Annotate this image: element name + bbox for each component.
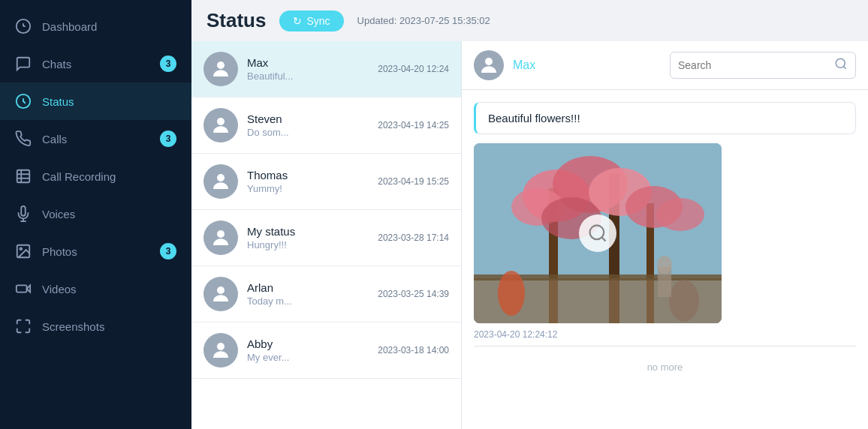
call-recording-icon — [15, 168, 32, 184]
no-more-label: no more — [474, 346, 856, 388]
search-icon — [834, 57, 848, 74]
avatar — [203, 333, 238, 368]
status-preview: Beautiful... — [247, 70, 369, 82]
avatar — [203, 164, 238, 199]
message-bubble: Beautiful flowers!!! — [474, 102, 856, 134]
image-timestamp: 2023-04-20 12:24:12 — [474, 329, 856, 340]
search-input[interactable] — [678, 59, 828, 71]
svg-rect-4 — [17, 170, 30, 183]
chats-badge: 3 — [160, 56, 176, 72]
detail-content: Beautiful flowers!!! — [462, 90, 868, 429]
item-info: Thomas Yummy! — [247, 169, 369, 194]
sidebar-item-label: Photos — [42, 245, 77, 258]
svg-line-22 — [843, 66, 845, 68]
detail-header: Max — [462, 41, 868, 90]
item-info: Max Beautiful... — [247, 56, 369, 82]
item-info: Arlan Today m... — [247, 281, 369, 307]
item-info: My status Hungry!!! — [247, 225, 369, 250]
status-icon — [15, 93, 32, 110]
contact-name: Steven — [247, 112, 369, 125]
avatar — [203, 277, 238, 311]
detail-panel: Max Beautiful flowers!!! — [462, 41, 868, 429]
item-info: Abby My ever... — [247, 338, 369, 363]
list-item[interactable]: My status Hungry!!! 2023-03-28 17:14 — [191, 210, 461, 266]
sidebar-item-call-recording[interactable]: Call Recording — [0, 158, 191, 195]
status-time: 2023-04-20 12:24 — [378, 64, 449, 74]
page-title: Status — [206, 9, 266, 32]
contact-name: My status — [247, 225, 369, 238]
svg-point-32 — [656, 198, 704, 231]
list-item[interactable]: Abby My ever... 2023-03-18 14:00 — [191, 322, 461, 379]
avatar — [203, 108, 238, 142]
avatar — [203, 220, 238, 255]
videos-icon — [15, 280, 32, 297]
svg-point-20 — [485, 58, 493, 65]
sidebar-item-label: Calls — [42, 133, 67, 146]
sidebar-item-label: Screenshots — [42, 320, 104, 333]
status-time: 2023-03-28 17:14 — [378, 232, 449, 243]
status-preview: Yummy! — [247, 183, 369, 194]
list-item[interactable]: Arlan Today m... 2023-03-25 14:39 — [191, 266, 461, 322]
status-time: 2023-04-19 14:25 — [378, 120, 449, 130]
svg-point-15 — [217, 118, 225, 125]
sidebar-item-dashboard[interactable]: Dashboard — [0, 8, 191, 45]
list-item[interactable]: Thomas Yummy! 2023-04-19 15:25 — [191, 154, 461, 210]
page-header: Status ↻ Sync Updated: 2023-07-25 15:35:… — [191, 0, 868, 41]
svg-line-41 — [601, 237, 605, 241]
updated-text: Updated: 2023-07-25 15:35:02 — [357, 15, 490, 26]
item-info: Steven Do som... — [247, 112, 369, 138]
svg-point-40 — [590, 226, 604, 240]
calls-icon — [15, 130, 32, 147]
screenshots-icon — [15, 318, 32, 334]
svg-rect-12 — [17, 285, 27, 292]
sidebar-item-label: Dashboard — [42, 20, 97, 33]
contact-name: Max — [247, 56, 369, 69]
svg-point-37 — [669, 280, 699, 322]
svg-point-14 — [217, 62, 225, 69]
status-time: 2023-04-19 15:25 — [378, 176, 449, 187]
avatar — [203, 52, 238, 86]
sidebar-item-photos[interactable]: Photos 3 — [0, 232, 191, 270]
calls-badge: 3 — [160, 130, 176, 147]
sidebar-item-label: Chats — [42, 58, 71, 70]
status-preview: Hungry!!! — [247, 239, 369, 250]
content-area: Max Beautiful... 2023-04-20 12:24 Steven… — [191, 41, 868, 429]
sync-icon: ↻ — [293, 15, 302, 27]
dashboard-icon — [15, 18, 32, 34]
status-image[interactable] — [474, 143, 722, 323]
contact-name: Thomas — [247, 169, 369, 182]
sidebar-item-videos[interactable]: Videos — [0, 270, 191, 308]
sidebar-item-status[interactable]: Status — [0, 82, 191, 120]
main-content: Status ↻ Sync Updated: 2023-07-25 15:35:… — [191, 0, 868, 429]
status-time: 2023-03-25 14:39 — [378, 289, 449, 299]
sidebar-item-label: Status — [42, 95, 74, 108]
view-icon[interactable] — [579, 214, 616, 252]
detail-contact-name: Max — [513, 58, 661, 72]
chats-icon — [15, 56, 32, 72]
sidebar-item-screenshots[interactable]: Screenshots — [0, 308, 191, 345]
sidebar-item-label: Call Recording — [42, 170, 116, 183]
svg-point-11 — [20, 248, 22, 250]
sidebar-item-voices[interactable]: Voices — [0, 195, 191, 232]
svg-point-18 — [217, 286, 225, 294]
sidebar-item-calls[interactable]: Calls 3 — [0, 120, 191, 158]
sidebar-item-chats[interactable]: Chats 3 — [0, 45, 191, 82]
list-item[interactable]: Steven Do som... 2023-04-19 14:25 — [191, 98, 461, 154]
search-box[interactable] — [670, 52, 856, 79]
list-item[interactable]: Max Beautiful... 2023-04-20 12:24 — [191, 41, 461, 98]
sidebar: Dashboard Chats 3 Status Calls 3 Call Re… — [0, 0, 191, 429]
contact-name: Abby — [247, 338, 369, 350]
photos-icon — [15, 243, 32, 260]
status-preview: My ever... — [247, 352, 369, 363]
svg-point-17 — [217, 230, 225, 238]
status-preview: Today m... — [247, 296, 369, 307]
svg-point-39 — [657, 256, 672, 274]
sidebar-item-label: Videos — [42, 283, 77, 296]
status-list: Max Beautiful... 2023-04-20 12:24 Steven… — [191, 41, 462, 429]
sync-button[interactable]: ↻ Sync — [279, 10, 343, 32]
svg-point-19 — [217, 343, 225, 350]
avatar — [474, 50, 504, 80]
svg-point-16 — [217, 174, 225, 182]
svg-point-36 — [498, 271, 525, 316]
status-time: 2023-03-18 14:00 — [378, 345, 449, 356]
